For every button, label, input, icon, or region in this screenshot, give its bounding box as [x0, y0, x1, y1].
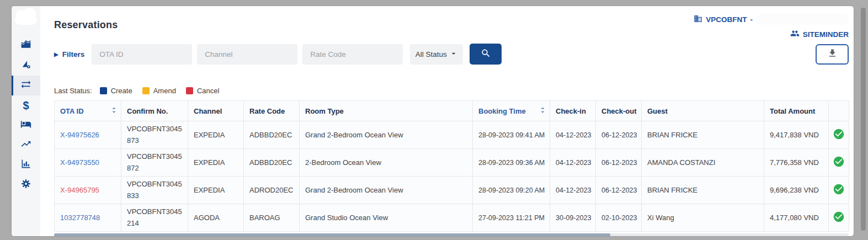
- triangle-gear-icon: [20, 59, 31, 72]
- column-header-check-in: Check-in: [550, 101, 596, 121]
- building-icon: [694, 14, 702, 25]
- sort-icon: [110, 106, 118, 115]
- cancel-swatch: [186, 87, 193, 94]
- table-row: X-94973550 VPCOBFNT3045872 EXPEDIA ADBBD…: [55, 149, 849, 177]
- compare-arrows-icon: [20, 79, 31, 92]
- ota-id-link[interactable]: X-94975626: [60, 131, 99, 139]
- amend-swatch: [142, 87, 150, 94]
- ota-id-link[interactable]: 1032778748: [60, 214, 100, 222]
- column-header-check-out: Check-out: [596, 101, 642, 121]
- table-row: 1032778748 VPCOBFNT3045214 AGODA BAROAG …: [55, 204, 849, 232]
- filters-row: ▶ Filters All Status: [54, 44, 849, 65]
- rate-code-input[interactable]: [302, 44, 403, 65]
- vertical-scrollbar[interactable]: [861, 8, 866, 231]
- dollar-icon: $: [23, 99, 29, 112]
- sidebar-item-reports[interactable]: [12, 155, 40, 175]
- status-dropdown-value: All Status: [416, 50, 447, 58]
- column-header-status: [829, 101, 849, 121]
- sidebar-item-reservations[interactable]: [12, 76, 40, 95]
- gear-icon: [20, 178, 31, 191]
- triangle-right-icon: ▶: [54, 51, 58, 57]
- download-button[interactable]: [816, 44, 849, 65]
- filters-label: Filters: [62, 50, 85, 58]
- column-header-booking-time[interactable]: Booking Time: [473, 101, 550, 121]
- check-circle-icon: [833, 189, 845, 197]
- download-icon: [827, 48, 838, 60]
- create-swatch: [100, 87, 107, 94]
- cloud-logo: [15, 15, 37, 25]
- table-row: X-94975626 VPCOBFNT3045873 EXPEDIA ADBBD…: [55, 121, 849, 149]
- sidebar-item-finance[interactable]: $: [12, 95, 40, 115]
- legend-item-amend: Amend: [142, 87, 176, 95]
- main-content: Reservations VPCOBFNT - SIT: [40, 6, 854, 236]
- app-window: $ Reservations: [11, 6, 854, 237]
- search-button[interactable]: [470, 44, 502, 65]
- sidebar-item-dashboard[interactable]: [12, 36, 40, 56]
- ota-id-link[interactable]: X-94965795: [60, 186, 99, 194]
- property-code: VPCOBFNT: [706, 15, 747, 24]
- filters-toggle[interactable]: ▶ Filters: [54, 50, 84, 58]
- legend-item-create: Create: [100, 87, 132, 95]
- table-row: X-94965795 VPCOBFNT3045833 EXPEDIA ADROD…: [55, 177, 849, 204]
- column-header-guest: Guest: [642, 101, 764, 121]
- check-circle-icon: [833, 216, 845, 225]
- chevron-down-icon: [449, 49, 458, 60]
- legend-label: Last Status:: [54, 87, 92, 95]
- property-info: VPCOBFNT -: [694, 14, 849, 25]
- ota-id-input[interactable]: [92, 44, 192, 65]
- status-dropdown[interactable]: All Status: [410, 44, 463, 65]
- column-header-ota-id[interactable]: OTA ID: [55, 101, 121, 121]
- sidebar-item-rates[interactable]: [12, 56, 40, 76]
- ota-id-link[interactable]: X-94973550: [60, 158, 99, 167]
- column-header-total-amount: Total Amount: [764, 101, 829, 121]
- column-header-rate-code: Rate Code: [244, 101, 300, 121]
- column-header-channel: Channel: [188, 101, 244, 121]
- column-header-confirm-no: Confirm No.: [121, 101, 188, 121]
- legend-item-cancel: Cancel: [186, 87, 219, 95]
- page-title: Reservations: [54, 19, 118, 31]
- trending-up-icon: [20, 138, 31, 152]
- sidebar: $: [12, 6, 40, 236]
- horizontal-scrollbar[interactable]: [54, 233, 849, 237]
- header-right-info: VPCOBFNT - SITEMINDER: [694, 14, 849, 40]
- search-icon: [481, 48, 491, 60]
- check-circle-icon: [833, 134, 845, 142]
- bed-icon: [20, 119, 31, 132]
- property-separator: -: [750, 15, 753, 24]
- channel-manager-info: SITEMINDER: [694, 29, 849, 40]
- status-legend: Last Status: Create Amend Cancel: [54, 87, 849, 95]
- horizontal-scrollbar-thumb[interactable]: [54, 233, 610, 237]
- people-icon: [790, 29, 800, 40]
- channel-input[interactable]: [197, 44, 297, 65]
- redacted-property-name: [756, 14, 849, 25]
- topbar: Reservations VPCOBFNT - SIT: [54, 14, 849, 44]
- sidebar-item-rooms[interactable]: [12, 115, 40, 135]
- table-header-row: OTA ID Confirm No. Channel Rate Code Roo…: [55, 101, 849, 121]
- channel-manager-label: SITEMINDER: [803, 30, 849, 39]
- check-circle-icon: [833, 161, 845, 169]
- sidebar-item-trends[interactable]: [12, 135, 40, 155]
- bar-chart-icon: [20, 158, 31, 172]
- column-header-room-type: Room Type: [300, 101, 473, 121]
- sort-icon: [539, 106, 546, 115]
- sidebar-item-settings[interactable]: [12, 175, 40, 195]
- reservations-table: OTA ID Confirm No. Channel Rate Code Roo…: [54, 100, 849, 232]
- area-chart-icon: [20, 39, 31, 52]
